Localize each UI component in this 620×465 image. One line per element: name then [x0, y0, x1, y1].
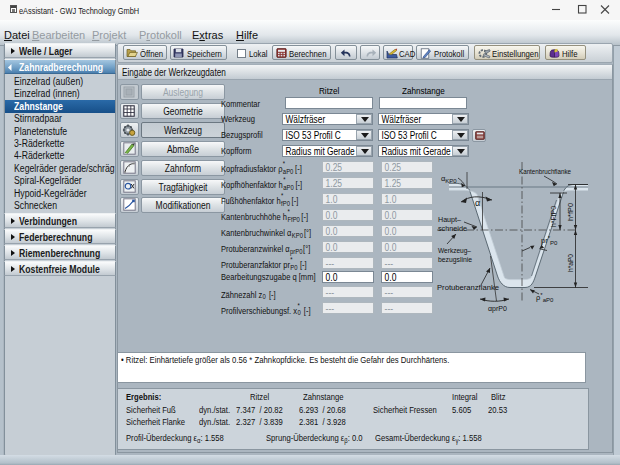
svg-text:h*aP0: h*aP0 — [567, 254, 574, 272]
svg-text:αprP0: αprP0 — [488, 304, 507, 313]
svg-text:bezugslinie: bezugslinie — [438, 255, 472, 264]
svg-text:Kantenbruchflanke: Kantenbruchflanke — [519, 167, 571, 176]
svg-text:Protuberanzflanke: Protuberanzflanke — [437, 283, 499, 292]
svg-text:schneide: schneide — [438, 224, 467, 233]
svg-text:h*FfP0: h*FfP0 — [550, 206, 557, 227]
svg-text:αKP0: αKP0 — [441, 174, 457, 184]
svg-text:α: α — [475, 198, 480, 208]
svg-text:h*fP0: h*fP0 — [567, 203, 574, 221]
svg-text:pr*P0: pr*P0 — [541, 235, 558, 246]
